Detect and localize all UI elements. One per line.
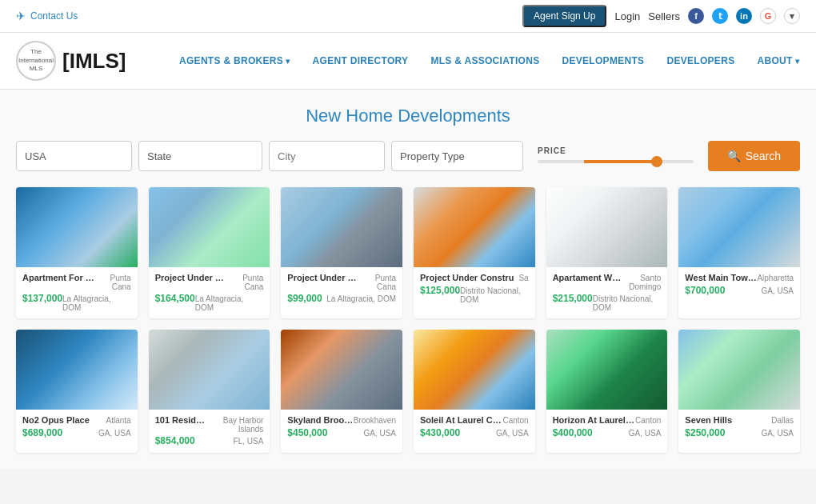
dropdown-icon[interactable]: ▾ xyxy=(784,8,800,24)
property-card[interactable]: Skyland Brookhaven Brookhaven $450,000 G… xyxy=(281,330,402,453)
property-image xyxy=(678,187,800,267)
facebook-icon[interactable]: f xyxy=(688,8,704,24)
property-region: La Altagracia, DOM xyxy=(326,294,396,303)
state-select[interactable]: State xyxy=(138,141,262,171)
property-price: $400,000 xyxy=(553,427,593,438)
property-region: FL, USA xyxy=(234,437,264,446)
property-region: GA, USA xyxy=(629,429,662,438)
nav-item-agents-brokers[interactable]: AGENTS & BROKERS xyxy=(168,41,302,81)
property-image xyxy=(414,187,535,267)
property-title: Apartament With Amazi xyxy=(553,272,622,283)
property-image xyxy=(281,330,402,410)
property-location: Bay Harbor Islands xyxy=(208,416,263,434)
nav-links: AGENTS & BROKERS AGENT DIRECTORY MLS & A… xyxy=(168,41,810,81)
contact-us-label: Contact Us xyxy=(30,10,78,22)
property-location: Santo Domingo xyxy=(622,274,662,291)
property-image xyxy=(16,187,138,267)
agent-signup-button[interactable]: Agent Sign Up xyxy=(522,5,606,27)
property-price: $137,000 xyxy=(22,293,62,304)
property-region: Distrito Nacional, DOM xyxy=(593,294,662,312)
property-location: Atlanta xyxy=(106,416,131,425)
property-card[interactable]: Soleil At Laurel Cany Canton $430,000 GA… xyxy=(414,330,535,453)
property-price: $854,000 xyxy=(155,435,195,446)
property-info: Project Under Constru Punta Cana $164,50… xyxy=(149,267,270,318)
linkedin-icon[interactable]: in xyxy=(736,8,752,24)
nav-item-developers[interactable]: DEVELOPERS xyxy=(655,41,746,81)
property-title: No2 Opus Place xyxy=(22,414,90,426)
property-title: Seven Hills xyxy=(685,414,732,426)
property-price: $250,000 xyxy=(685,427,725,438)
property-region: La Altagracia, DOM xyxy=(62,294,131,312)
property-region: GA, USA xyxy=(761,286,794,295)
property-title: Apartment For Sale In xyxy=(22,272,97,283)
property-info: Horizon At Laurel Can Canton $400,000 GA… xyxy=(546,410,668,445)
contact-us-link[interactable]: ✈ Contact Us xyxy=(16,10,78,22)
property-info: Apartament With Amazi Santo Domingo $215… xyxy=(546,267,668,318)
property-price: $430,000 xyxy=(420,427,460,438)
property-image xyxy=(678,330,800,410)
property-image xyxy=(149,187,270,267)
property-grid: Apartment For Sale In Punta Cana $137,00… xyxy=(16,187,800,453)
property-info: Project Under Constru Punta Cana $99,000… xyxy=(281,267,402,310)
property-image xyxy=(546,330,668,410)
logo[interactable]: TheInternationalMLS [IMLS] xyxy=(16,33,144,89)
property-region: GA, USA xyxy=(98,429,131,438)
page-title: New Home Developments xyxy=(16,106,800,126)
property-info: 101 Residences Bay Harbor Islands $854,0… xyxy=(149,410,270,453)
price-slider-thumb[interactable] xyxy=(651,156,662,167)
sellers-link[interactable]: Sellers xyxy=(648,10,680,22)
property-price: $450,000 xyxy=(287,427,327,438)
google-icon[interactable]: G xyxy=(760,8,776,24)
property-image xyxy=(149,330,270,410)
property-location: Alpharetta xyxy=(757,274,794,282)
nav-item-developments[interactable]: DEVELOPMENTS xyxy=(550,41,655,81)
property-card[interactable]: Horizon At Laurel Can Canton $400,000 GA… xyxy=(546,330,668,453)
main-content: New Home Developments USA Dominican Repu… xyxy=(0,90,816,469)
property-type-select[interactable]: Property Type xyxy=(391,141,523,171)
property-price: $700,000 xyxy=(685,285,725,296)
property-price: $99,000 xyxy=(287,293,322,304)
property-card[interactable]: Seven Hills Dallas $250,000 GA, USA xyxy=(678,330,800,453)
property-card[interactable]: Project Under Constru Sa $125,000 Distri… xyxy=(414,187,535,318)
property-info: Soleil At Laurel Cany Canton $430,000 GA… xyxy=(414,410,535,445)
property-location: Canton xyxy=(635,416,661,425)
property-card[interactable]: Apartment For Sale In Punta Cana $137,00… xyxy=(16,187,138,318)
nav-item-mls-associations[interactable]: MLS & ASSOCIATIONS xyxy=(419,41,550,81)
price-slider-track[interactable] xyxy=(538,160,694,163)
country-select[interactable]: USA Dominican Republic xyxy=(16,141,132,171)
property-location: Dallas xyxy=(771,416,794,425)
plane-icon: ✈ xyxy=(16,10,26,22)
property-card[interactable]: No2 Opus Place Atlanta $689,000 GA, USA xyxy=(16,330,138,453)
property-card[interactable]: 101 Residences Bay Harbor Islands $854,0… xyxy=(149,330,270,453)
property-card[interactable]: Project Under Constru Punta Cana $99,000… xyxy=(281,187,402,318)
property-region: Distrito Nacional, DOM xyxy=(460,286,529,304)
property-title: Soleil At Laurel Cany xyxy=(420,414,502,426)
price-label: PRICE xyxy=(538,146,694,155)
property-location: Punta Cana xyxy=(97,274,131,291)
property-price: $125,000 xyxy=(420,285,460,296)
property-location: Brookhaven xyxy=(354,416,396,425)
search-label: Search xyxy=(746,150,781,162)
property-image xyxy=(414,330,535,410)
twitter-icon[interactable]: 𝕥 xyxy=(712,8,728,24)
nav-item-agent-directory[interactable]: AGENT DIRECTORY xyxy=(302,41,420,81)
property-location: Sa xyxy=(518,274,528,282)
nav-bar: TheInternationalMLS [IMLS] AGENTS & BROK… xyxy=(0,33,816,90)
property-title: Project Under Constru xyxy=(155,272,230,283)
property-image xyxy=(546,187,668,267)
property-info: Seven Hills Dallas $250,000 GA, USA xyxy=(678,410,800,445)
search-icon: 🔍 xyxy=(727,150,741,162)
top-bar: ✈ Contact Us Agent Sign Up Login Sellers… xyxy=(0,0,816,33)
property-card[interactable]: Project Under Constru Punta Cana $164,50… xyxy=(149,187,270,318)
search-button[interactable]: 🔍 Search xyxy=(708,141,800,171)
city-input[interactable] xyxy=(269,141,385,171)
property-location: Canton xyxy=(502,416,528,425)
price-range: PRICE xyxy=(530,146,702,166)
nav-item-about[interactable]: ABOUT xyxy=(746,41,810,81)
property-location: Punta Cana xyxy=(362,274,396,291)
property-price: $164,500 xyxy=(155,293,195,304)
login-link[interactable]: Login xyxy=(614,10,640,22)
property-card[interactable]: Apartament With Amazi Santo Domingo $215… xyxy=(546,187,668,318)
property-region: GA, USA xyxy=(496,429,529,438)
property-card[interactable]: West Main Townhomes Alpharetta $700,000 … xyxy=(678,187,800,318)
